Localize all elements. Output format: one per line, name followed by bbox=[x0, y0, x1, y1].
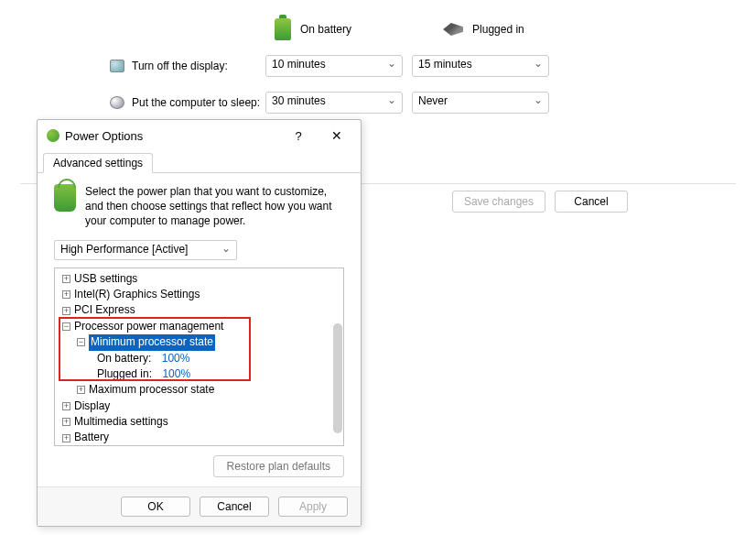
expand-icon[interactable]: + bbox=[62, 275, 70, 283]
sleep-battery-select[interactable]: 30 minutes bbox=[265, 92, 403, 114]
expand-icon[interactable]: + bbox=[62, 290, 70, 299]
power-plan-select[interactable]: High Performance [Active] bbox=[54, 240, 237, 260]
collapse-icon[interactable]: − bbox=[77, 338, 85, 346]
cancel-button[interactable]: Cancel bbox=[555, 191, 628, 213]
ok-button[interactable]: OK bbox=[121, 497, 190, 517]
column-label-battery: On battery bbox=[300, 23, 351, 36]
restore-defaults-button[interactable]: Restore plan defaults bbox=[213, 455, 344, 477]
monitor-icon bbox=[110, 60, 124, 72]
power-options-dialog: Power Options ? ✕ Advanced settings Sele… bbox=[37, 119, 362, 527]
moon-icon bbox=[110, 96, 124, 109]
dialog-titlebar[interactable]: Power Options ? ✕ bbox=[38, 120, 361, 151]
expand-icon[interactable]: + bbox=[77, 386, 85, 394]
power-icon bbox=[47, 129, 59, 142]
column-label-plugged: Plugged in bbox=[472, 23, 524, 36]
plug-icon bbox=[443, 23, 463, 36]
battery-icon bbox=[275, 18, 291, 40]
tree-min-on-battery[interactable]: On battery: 100% bbox=[59, 351, 340, 366]
tree-multimedia[interactable]: +Multimedia settings bbox=[59, 414, 340, 430]
tree-intel-graphics[interactable]: +Intel(R) Graphics Settings bbox=[59, 287, 340, 302]
background-power-settings: On battery Plugged in Turn off the displ… bbox=[0, 0, 756, 114]
expand-icon[interactable]: + bbox=[62, 307, 70, 315]
tree-usb[interactable]: +USB settings bbox=[59, 271, 340, 287]
save-changes-button[interactable]: Save changes bbox=[452, 191, 545, 213]
display-plugged-select[interactable]: 15 minutes bbox=[412, 55, 549, 77]
tree-processor-power[interactable]: −Processor power management bbox=[59, 319, 340, 334]
sleep-plugged-select[interactable]: Never bbox=[412, 92, 549, 114]
tree-pci-express[interactable]: +PCI Express bbox=[59, 302, 340, 318]
dialog-title-text: Power Options bbox=[65, 129, 143, 143]
tab-bar: Advanced settings bbox=[38, 153, 361, 173]
tree-max-processor-state[interactable]: +Maximum processor state bbox=[59, 382, 340, 398]
scrollbar-thumb[interactable] bbox=[333, 323, 342, 433]
apply-button[interactable]: Apply bbox=[278, 497, 348, 517]
column-header-plugged: Plugged in bbox=[443, 23, 524, 36]
settings-tree[interactable]: +USB settings +Intel(R) Graphics Setting… bbox=[54, 268, 344, 446]
watering-can-icon bbox=[54, 184, 76, 212]
tree-display[interactable]: +Display bbox=[59, 399, 340, 414]
display-battery-select[interactable]: 10 minutes bbox=[265, 55, 403, 77]
collapse-icon[interactable]: − bbox=[62, 322, 70, 331]
dialog-cancel-button[interactable]: Cancel bbox=[200, 497, 269, 517]
expand-icon[interactable]: + bbox=[62, 434, 70, 442]
close-button[interactable]: ✕ bbox=[320, 124, 353, 147]
row-label-display: Turn off the display: bbox=[110, 60, 265, 72]
tree-battery[interactable]: +Battery bbox=[59, 430, 340, 445]
dialog-description: Select the power plan that you want to c… bbox=[85, 184, 344, 229]
expand-icon[interactable]: + bbox=[62, 418, 70, 426]
row-label-sleep: Put the computer to sleep: bbox=[110, 96, 265, 109]
tree-min-plugged-in[interactable]: Plugged in: 100% bbox=[59, 366, 340, 382]
tab-advanced-settings[interactable]: Advanced settings bbox=[43, 153, 153, 173]
expand-icon[interactable]: + bbox=[62, 402, 70, 410]
dialog-footer: OK Cancel Apply bbox=[38, 486, 361, 526]
help-button[interactable]: ? bbox=[282, 124, 315, 147]
tree-min-processor-state[interactable]: −Minimum processor state bbox=[59, 334, 340, 350]
column-header-battery: On battery bbox=[275, 18, 351, 40]
